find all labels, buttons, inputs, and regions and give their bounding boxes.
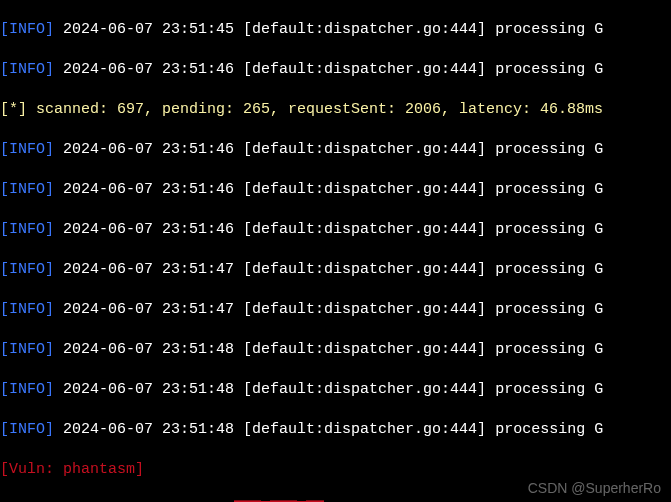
info-tag: [INFO] — [0, 381, 54, 398]
message: processing G — [495, 221, 603, 238]
source-ref: [default:dispatcher.go:444] — [243, 421, 486, 438]
message: processing G — [495, 21, 603, 38]
log-line: [INFO] 2024-06-07 23:51:48 [default:disp… — [0, 420, 671, 440]
timestamp: 2024-06-07 23:51:45 — [63, 21, 234, 38]
timestamp: 2024-06-07 23:51:46 — [63, 181, 234, 198]
timestamp: 2024-06-07 23:51:46 — [63, 221, 234, 238]
source-ref: [default:dispatcher.go:444] — [243, 181, 486, 198]
source-ref: [default:dispatcher.go:444] — [243, 261, 486, 278]
info-tag: [INFO] — [0, 181, 54, 198]
source-ref: [default:dispatcher.go:444] — [243, 341, 486, 358]
info-tag: [INFO] — [0, 421, 54, 438]
message: processing G — [495, 301, 603, 318]
log-line: [INFO] 2024-06-07 23:51:48 [default:disp… — [0, 340, 671, 360]
log-line: [INFO] 2024-06-07 23:51:47 [default:disp… — [0, 260, 671, 280]
timestamp: 2024-06-07 23:51:47 — [63, 261, 234, 278]
message: processing G — [495, 181, 603, 198]
timestamp: 2024-06-07 23:51:46 — [63, 141, 234, 158]
info-tag: [INFO] — [0, 301, 54, 318]
source-ref: [default:dispatcher.go:444] — [243, 61, 486, 78]
source-ref: [default:dispatcher.go:444] — [243, 21, 486, 38]
log-line: [INFO] 2024-06-07 23:51:46 [default:disp… — [0, 140, 671, 160]
status-line: [*] scanned: 697, pending: 265, requestS… — [0, 100, 671, 120]
watermark-text: CSDN @SuperherRo — [528, 480, 661, 496]
log-line: [INFO] 2024-06-07 23:51:47 [default:disp… — [0, 300, 671, 320]
info-tag: [INFO] — [0, 221, 54, 238]
info-tag: [INFO] — [0, 141, 54, 158]
info-tag: [INFO] — [0, 21, 54, 38]
timestamp: 2024-06-07 23:51:48 — [63, 421, 234, 438]
source-ref: [default:dispatcher.go:444] — [243, 141, 486, 158]
message: processing G — [495, 381, 603, 398]
log-line: [INFO] 2024-06-07 23:51:46 [default:disp… — [0, 180, 671, 200]
source-ref: [default:dispatcher.go:444] — [243, 301, 486, 318]
message: processing G — [495, 61, 603, 78]
timestamp: 2024-06-07 23:51:48 — [63, 341, 234, 358]
log-line: [INFO] 2024-06-07 23:51:46 [default:disp… — [0, 220, 671, 240]
message: processing G — [495, 421, 603, 438]
log-line: [INFO] 2024-06-07 23:51:46 [default:disp… — [0, 60, 671, 80]
vuln-header: [Vuln: phantasm] — [0, 460, 671, 480]
timestamp: 2024-06-07 23:51:48 — [63, 381, 234, 398]
log-line: [INFO] 2024-06-07 23:51:48 [default:disp… — [0, 380, 671, 400]
source-ref: [default:dispatcher.go:444] — [243, 381, 486, 398]
log-line: [INFO] 2024-06-07 23:51:45 [default:disp… — [0, 20, 671, 40]
info-tag: [INFO] — [0, 261, 54, 278]
info-tag: [INFO] — [0, 61, 54, 78]
timestamp: 2024-06-07 23:51:47 — [63, 301, 234, 318]
message: processing G — [495, 261, 603, 278]
timestamp: 2024-06-07 23:51:46 — [63, 61, 234, 78]
info-tag: [INFO] — [0, 341, 54, 358]
source-ref: [default:dispatcher.go:444] — [243, 221, 486, 238]
message: processing G — [495, 341, 603, 358]
message: processing G — [495, 141, 603, 158]
terminal-output: [INFO] 2024-06-07 23:51:45 [default:disp… — [0, 0, 671, 502]
